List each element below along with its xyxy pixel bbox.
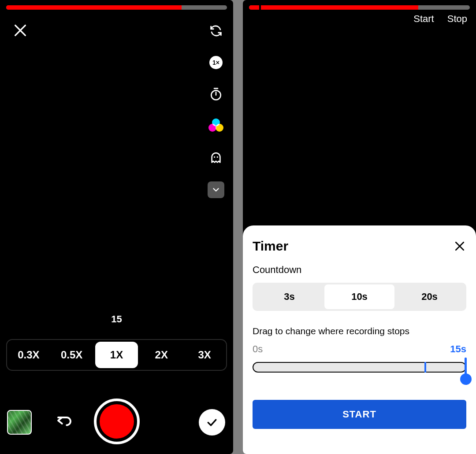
svg-point-4: [217, 156, 218, 158]
speed-option-0.5x[interactable]: 0.5X: [50, 340, 93, 370]
recording-progress: [6, 5, 227, 10]
sheet-title: Timer: [253, 239, 288, 254]
slider-clip-marker: [424, 362, 426, 373]
recording-progress-fill: [249, 5, 418, 10]
filters-button[interactable]: [208, 118, 224, 134]
checkmark-icon: [205, 416, 219, 429]
camera-screen: 1×: [0, 0, 233, 454]
speed-option-3x[interactable]: 3X: [183, 340, 226, 370]
countdown-option-3s[interactable]: 3s: [254, 284, 324, 309]
range-labels: 0s 15s: [253, 343, 466, 355]
record-button[interactable]: [94, 399, 140, 444]
remaining-seconds: 15: [111, 314, 122, 325]
undo-button[interactable]: [54, 410, 75, 431]
slider-knob[interactable]: [460, 373, 472, 385]
start-label: Start: [413, 13, 434, 25]
countdown-segmented: 3s 10s 20s: [253, 283, 466, 311]
range-min-label: 0s: [253, 343, 263, 355]
record-button-inner: [100, 404, 134, 439]
recording-progress: [249, 5, 470, 10]
sheet-close-button[interactable]: [453, 240, 466, 253]
start-stop-labels: Start Stop: [413, 13, 467, 25]
speed-picker: 0.3X 0.5X 1X 2X 3X: [6, 339, 227, 371]
speed-option-2x[interactable]: 2X: [140, 340, 183, 370]
confirm-button[interactable]: [199, 409, 225, 436]
start-button[interactable]: START: [253, 400, 466, 429]
speed-button[interactable]: 1×: [208, 55, 224, 70]
ghost-icon: [209, 151, 223, 165]
more-tools-button[interactable]: [208, 181, 224, 198]
flip-camera-button[interactable]: [208, 23, 224, 39]
recording-progress-fill: [6, 5, 182, 10]
countdown-option-10s[interactable]: 10s: [324, 284, 394, 309]
stop-point-slider[interactable]: [253, 358, 466, 388]
flip-camera-icon: [208, 23, 223, 38]
svg-point-3: [214, 156, 215, 158]
timer-screen: Start Stop Timer Countdown 3s 10s 20s Dr…: [243, 0, 476, 454]
range-max-label: 15s: [450, 343, 466, 355]
recording-progress-tick: [259, 5, 261, 10]
tool-column: 1×: [208, 23, 224, 198]
timer-sheet: Timer Countdown 3s 10s 20s Drag to chang…: [243, 225, 476, 454]
chevron-down-icon: [211, 185, 221, 195]
undo-icon: [55, 411, 74, 430]
speed-badge-label: 1×: [212, 59, 219, 66]
speed-badge: 1×: [209, 56, 223, 69]
speed-option-1x[interactable]: 1X: [95, 342, 138, 368]
slider-track: [253, 362, 466, 373]
stop-label: Stop: [447, 13, 467, 25]
countdown-label: Countdown: [253, 264, 466, 276]
speed-option-0.3x[interactable]: 0.3X: [7, 340, 50, 370]
start-button-label: START: [342, 409, 376, 420]
effects-button[interactable]: [208, 150, 224, 166]
close-icon: [13, 23, 28, 38]
timer-button[interactable]: [208, 86, 224, 102]
filters-icon: [208, 118, 223, 133]
timer-icon: [209, 87, 223, 101]
close-button[interactable]: [11, 21, 30, 40]
gallery-thumbnail[interactable]: [7, 410, 32, 435]
drag-instruction: Drag to change where recording stops: [253, 326, 466, 336]
close-icon: [453, 240, 466, 253]
countdown-option-20s[interactable]: 20s: [394, 284, 465, 309]
